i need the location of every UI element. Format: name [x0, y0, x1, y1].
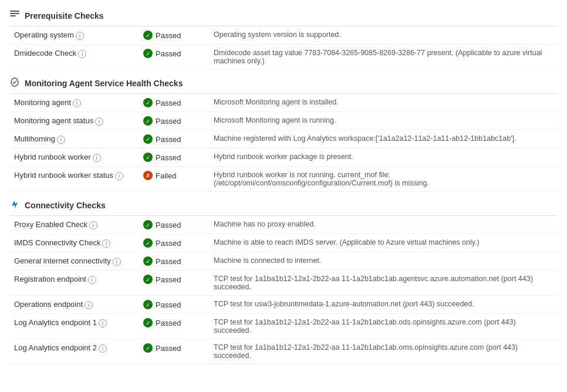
check-status-cell: ✓Passed [139, 296, 209, 314]
check-name-cell: IMDS Connectivity Checki [9, 234, 139, 252]
check-name: Operations endpoint [14, 300, 83, 309]
status-label: Passed [156, 49, 181, 58]
pass-icon: ✓ [143, 220, 153, 229]
check-name-cell: Hybrid runbook workeri [9, 148, 139, 167]
pass-icon: ✓ [143, 300, 153, 309]
status-label: Failed [156, 171, 176, 180]
table-row: Hybrid runbook worker statusi✗FailedHybr… [9, 167, 558, 192]
section-title-connectivity: Connectivity Checks [25, 201, 106, 210]
table-row: Operations endpointi✓PassedTCP test for … [9, 296, 558, 314]
check-status-cell: ✓Passed [139, 216, 209, 234]
svg-rect-1 [10, 13, 19, 14]
status-failed: ✗Failed [143, 171, 204, 180]
pass-icon: ✓ [143, 256, 153, 266]
check-name-cell: Monitoring agent statusi [9, 112, 139, 130]
status-label: Passed [156, 300, 181, 309]
section-header-prerequisite: Prerequisite Checks [9, 5, 558, 26]
pass-icon: ✓ [143, 238, 153, 248]
table-row: Monitoring agenti✓PassedMicrosoft Monito… [9, 94, 558, 112]
check-status-cell: ✓Passed [139, 26, 209, 45]
check-status-cell: ✓Passed [139, 130, 209, 148]
check-name-cell: General internet connectivityi [9, 252, 139, 271]
info-icon[interactable]: i [85, 301, 93, 309]
info-icon[interactable]: i [76, 32, 84, 40]
info-icon[interactable]: i [102, 239, 110, 248]
status-label: Passed [156, 239, 181, 248]
check-status-cell: ✓Passed [139, 252, 209, 271]
info-icon[interactable]: i [93, 154, 101, 162]
info-icon[interactable]: i [99, 319, 107, 327]
status-passed: ✓Passed [143, 49, 204, 58]
status-label: Passed [156, 257, 181, 266]
check-description-cell: Machine registered with Log Analytics wo… [209, 130, 558, 148]
check-name-cell: Monitoring agenti [9, 94, 139, 112]
check-description: Hybrid runbook worker is not running. cu… [214, 171, 429, 187]
check-name-cell: Operating systemi [9, 26, 139, 45]
check-name: Log Analytics endpoint 1 [14, 318, 97, 327]
info-icon[interactable]: i [99, 344, 107, 353]
info-icon[interactable]: i [89, 221, 97, 229]
table-row: Registration endpointi✓PassedTCP test fo… [9, 271, 558, 296]
pass-icon: ✓ [143, 98, 153, 107]
status-label: Passed [156, 344, 181, 353]
check-name: Dmidecode Check [14, 49, 76, 58]
table-row: General internet connectivityi✓PassedMac… [9, 252, 558, 271]
check-name: Multihoming [14, 134, 55, 143]
table-row: Dmidecode Checki✓PassedDmidecode asset t… [9, 45, 558, 70]
check-description-cell: TCP test for usw3-jobruntimedata-1.azure… [209, 296, 558, 314]
status-passed: ✓Passed [143, 300, 204, 309]
status-passed: ✓Passed [143, 275, 204, 284]
check-description: Machine is connected to internet. [214, 256, 321, 265]
check-status-cell: ✓Passed [139, 271, 209, 296]
check-status-cell: ✓Passed [139, 234, 209, 252]
status-label: Passed [156, 135, 181, 144]
fail-icon: ✗ [143, 171, 153, 180]
check-description: TCP test for 1a1ba1b12-12a1-2b22-aa 11-1… [214, 275, 533, 291]
pass-icon: ✓ [143, 153, 153, 162]
status-label: Passed [156, 319, 181, 327]
section-table-prerequisite: Operating systemi✓PassedOperating system… [9, 26, 558, 70]
check-name-cell: Hybrid runbook worker statusi [9, 167, 139, 192]
check-name-cell: Log Analytics endpoint 2i [9, 339, 139, 364]
info-icon[interactable]: i [73, 99, 81, 107]
check-description-cell: Machine is able to reach IMDS server. (A… [209, 234, 558, 252]
check-description-cell: Hybrid runbook worker is not running. cu… [209, 167, 558, 192]
info-icon[interactable]: i [115, 172, 123, 180]
check-description: Operating system version is supported. [214, 31, 341, 39]
status-label: Passed [156, 31, 181, 40]
check-description-cell: TCP test for 1a1ba1b12-12a1-2b22-aa 11-1… [209, 339, 558, 364]
check-name-cell: Proxy Enabled Checki [9, 216, 139, 234]
check-name: Hybrid runbook worker status [14, 171, 113, 180]
check-description-cell: Operating system version is supported. [209, 26, 558, 45]
check-name-cell: Multihomingi [9, 130, 139, 148]
info-icon[interactable]: i [78, 50, 86, 58]
info-icon[interactable]: i [57, 136, 65, 144]
check-name: Proxy Enabled Check [14, 220, 87, 229]
main-container: Prerequisite ChecksOperating systemi✓Pas… [0, 0, 567, 371]
status-passed: ✓Passed [143, 134, 204, 144]
status-passed: ✓Passed [143, 153, 204, 162]
status-label: Passed [156, 117, 181, 126]
check-name-cell: Dmidecode Checki [9, 45, 139, 70]
info-icon[interactable]: i [113, 258, 121, 266]
info-icon[interactable]: i [88, 276, 96, 284]
info-icon[interactable]: i [95, 117, 103, 126]
check-status-cell: ✗Failed [139, 167, 209, 192]
check-status-cell: ✓Passed [139, 148, 209, 167]
table-row: Multihomingi✓PassedMachine registered wi… [9, 130, 558, 148]
check-name: Monitoring agent status [14, 116, 93, 125]
section-icon-monitoring [9, 77, 20, 90]
check-description: Machine has no proxy enabled. [214, 220, 316, 228]
table-row: Hybrid runbook workeri✓PassedHybrid runb… [9, 148, 558, 167]
section-header-connectivity: Connectivity Checks [9, 194, 558, 216]
status-passed: ✓Passed [143, 31, 204, 40]
check-description: TCP test for usw3-jobruntimedata-1.azure… [214, 300, 474, 308]
check-name: General internet connectivity [14, 256, 111, 265]
check-description: TCP test for 1a1ba1b12-12a1-2b22-aa 11-1… [214, 318, 516, 334]
table-row: Log Analytics endpoint 2i✓PassedTCP test… [9, 339, 558, 364]
status-label: Passed [156, 99, 181, 107]
check-name: IMDS Connectivity Check [14, 238, 100, 247]
table-row: Monitoring agent statusi✓PassedMicrosoft… [9, 112, 558, 130]
check-name: Monitoring agent [14, 98, 71, 107]
check-name: Log Analytics endpoint 2 [14, 343, 97, 352]
